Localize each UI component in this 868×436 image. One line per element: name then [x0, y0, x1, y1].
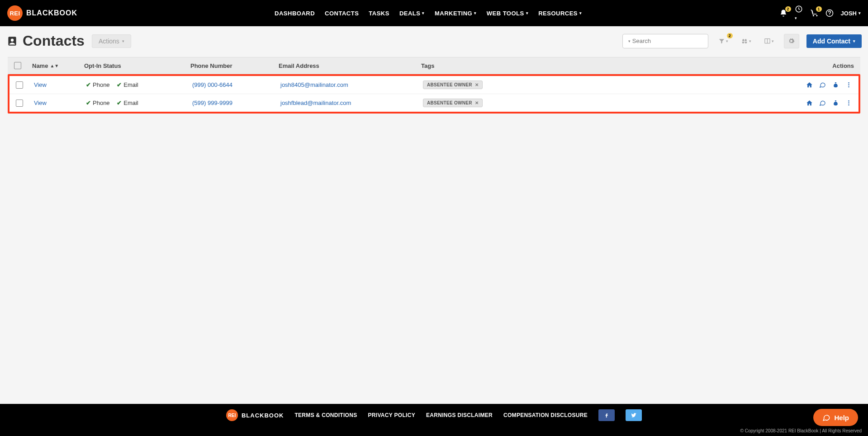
col-header-phone: Phone Number — [190, 62, 279, 69]
tag-remove-icon[interactable]: ✕ — [475, 100, 479, 105]
nav-label: DASHBOARD — [275, 10, 315, 17]
optin-phone: ✔Phone — [86, 100, 110, 106]
optin-phone: ✔Phone — [86, 81, 110, 88]
settings-button[interactable] — [784, 34, 799, 48]
nav-contacts[interactable]: CONTACTS — [325, 10, 359, 17]
notifications-button[interactable]: 2 — [779, 9, 787, 17]
col-header-name[interactable]: Name▲▼ — [32, 62, 84, 69]
timer-button[interactable]: ▾ — [795, 5, 803, 21]
view-link[interactable]: View — [34, 81, 47, 88]
columns-button[interactable]: ▾ — [761, 36, 777, 46]
help-button[interactable] — [825, 9, 834, 17]
user-name: JOSH — [841, 10, 857, 17]
svg-point-12 — [848, 104, 849, 106]
col-header-optin: Opt-In Status — [84, 62, 190, 69]
chevron-down-icon: ▾ — [526, 11, 529, 15]
col-header-tags: Tags — [421, 62, 795, 69]
sort-icon: ▲▼ — [50, 63, 59, 68]
chevron-down-icon: ▾ — [474, 11, 477, 15]
nav-web-tools[interactable]: WEB TOOLS▾ — [487, 10, 528, 17]
search-input[interactable] — [632, 38, 708, 44]
phone-link[interactable]: (999) 000-6644 — [192, 81, 232, 88]
select-all-checkbox[interactable] — [14, 62, 21, 69]
optin-label: Email — [123, 81, 138, 88]
contacts-table: Name▲▼ Opt-In Status Phone Number Email … — [6, 56, 862, 115]
top-nav: REI BLACKBOOK DASHBOARD CONTACTS TASKS D… — [0, 0, 868, 26]
more-action-icon[interactable] — [845, 81, 852, 88]
optin-label: Phone — [93, 81, 110, 88]
bag-action-icon[interactable] — [832, 81, 839, 88]
check-icon: ✔ — [86, 100, 91, 106]
user-menu[interactable]: JOSH ▾ — [841, 10, 861, 17]
nav-links: DASHBOARD CONTACTS TASKS DEALS▾ MARKETIN… — [275, 10, 582, 17]
contacts-icon — [6, 35, 18, 47]
message-action-icon[interactable] — [819, 100, 826, 106]
row-checkbox[interactable] — [16, 100, 23, 107]
cart-badge: 1 — [816, 6, 822, 12]
home-action-icon[interactable] — [806, 100, 813, 106]
svg-point-11 — [848, 102, 849, 104]
chevron-down-icon: ▾ — [422, 11, 425, 15]
svg-point-2 — [829, 14, 830, 15]
row-checkbox[interactable] — [16, 81, 23, 89]
page-toolbar: Contacts Actions ▾ ▾ ▾ 2 ▾ ▾ Add Contact… — [0, 26, 868, 52]
table-header-row: Name▲▼ Opt-In Status Phone Number Email … — [8, 57, 860, 74]
cart-button[interactable]: 1 — [810, 9, 818, 17]
nav-label: CONTACTS — [325, 10, 359, 17]
message-action-icon[interactable] — [819, 81, 826, 88]
tag-label: ABSENTEE OWNER — [427, 82, 472, 87]
nav-marketing[interactable]: MARKETING▾ — [435, 10, 477, 17]
col-header-actions: Actions — [795, 62, 854, 69]
nav-label: RESOURCES — [538, 10, 578, 17]
gear-icon — [788, 38, 795, 44]
chevron-down-icon: ▾ — [122, 39, 124, 43]
svg-point-10 — [848, 100, 849, 102]
chat-icon — [819, 81, 826, 88]
check-icon: ✔ — [117, 100, 122, 106]
chevron-down-icon: ▾ — [795, 16, 797, 20]
chevron-down-icon: ▾ — [859, 11, 861, 15]
tag-pill: ABSENTEE OWNER✕ — [423, 99, 483, 107]
svg-point-9 — [848, 86, 849, 88]
check-icon: ✔ — [117, 81, 122, 88]
bag-action-icon[interactable] — [832, 100, 839, 106]
add-contact-button[interactable]: Add Contact ▾ — [806, 34, 862, 48]
money-bag-icon — [832, 81, 839, 88]
home-icon — [806, 81, 813, 88]
actions-dropdown[interactable]: Actions ▾ — [92, 34, 131, 48]
chevron-down-icon: ▾ — [772, 39, 774, 43]
binoculars-button[interactable]: ▾ — [738, 36, 754, 47]
money-bag-icon — [832, 100, 839, 106]
phone-link[interactable]: (599) 999-9999 — [192, 100, 232, 106]
clock-icon — [795, 5, 803, 13]
check-icon: ✔ — [86, 81, 91, 88]
brand-name: BLACKBOOK — [26, 9, 77, 17]
home-icon — [806, 100, 813, 106]
search-box[interactable]: ▾ — [622, 34, 708, 48]
chevron-down-icon: ▾ — [579, 11, 582, 15]
notif-badge: 2 — [785, 6, 791, 12]
nav-dashboard[interactable]: DASHBOARD — [275, 10, 315, 17]
chevron-down-icon: ▾ — [749, 39, 751, 43]
more-action-icon[interactable] — [845, 100, 852, 106]
nav-label: MARKETING — [435, 10, 472, 17]
svg-point-7 — [848, 82, 849, 84]
email-link[interactable]: joshfblead@mailinator.com — [280, 100, 351, 106]
nav-tasks[interactable]: TASKS — [369, 10, 389, 17]
svg-point-8 — [848, 84, 849, 85]
home-action-icon[interactable] — [806, 81, 813, 88]
nav-resources[interactable]: RESOURCES▾ — [538, 10, 582, 17]
chat-icon — [819, 100, 826, 106]
view-link[interactable]: View — [34, 100, 47, 106]
add-contact-label: Add Contact — [813, 38, 850, 45]
filter-button[interactable]: ▾ 2 — [716, 36, 731, 46]
page-title: Contacts — [23, 33, 85, 49]
chevron-down-icon: ▾ — [853, 39, 855, 43]
nav-label: TASKS — [369, 10, 389, 17]
email-link[interactable]: josh8405@mailinator.com — [280, 81, 348, 88]
table-row: View ✔Phone ✔Email (599) 999-9999 joshfb… — [9, 94, 859, 112]
tag-remove-icon[interactable]: ✕ — [475, 82, 479, 87]
nav-deals[interactable]: DEALS▾ — [399, 10, 425, 17]
highlighted-rows: View ✔Phone ✔Email (999) 000-6644 josh84… — [8, 74, 860, 114]
brand-logo[interactable]: REI BLACKBOOK — [7, 5, 77, 21]
